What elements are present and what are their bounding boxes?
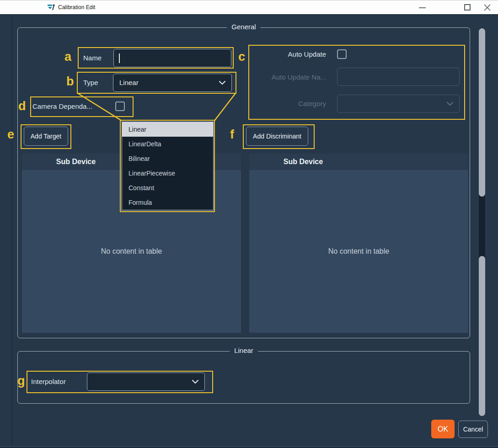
discriminant-table-header-row: Sub Device [249, 154, 468, 170]
dropdown-option-bilinear[interactable]: Bilinear [122, 151, 213, 166]
type-dropdown-value: Linear [119, 74, 139, 91]
linear-groupbox: Linear [17, 351, 470, 404]
auto-update-name-label: Auto Update Na... [237, 72, 326, 82]
maximize-icon [464, 4, 471, 11]
type-dropdown[interactable]: Linear [113, 74, 232, 92]
chevron-down-icon [192, 380, 198, 384]
close-icon [484, 4, 491, 11]
auto-update-name-input [337, 68, 460, 86]
discriminant-table-header[interactable]: Sub Device [249, 154, 357, 170]
annotation-letter-c: c [238, 51, 245, 63]
chevron-down-icon [219, 81, 225, 85]
annotation-letter-a: a [64, 51, 71, 63]
maximize-button[interactable] [456, 0, 479, 15]
minimize-button[interactable] [411, 0, 434, 15]
window-left-edge [11, 15, 12, 446]
chevron-down-icon [447, 102, 453, 106]
dropdown-option-constant[interactable]: Constant [122, 181, 213, 195]
camera-dependant-label: Camera Dependa... [32, 97, 92, 116]
cancel-button[interactable]: Cancel [458, 421, 488, 438]
titlebar[interactable]: Calibration Edit [0, 0, 498, 14]
scrollbar-thumb-lower[interactable] [479, 256, 485, 416]
annotation-letter-d: d [18, 100, 26, 112]
discriminant-table-empty-text: No content in table [328, 247, 389, 256]
category-dropdown [337, 95, 460, 113]
type-dropdown-popup: Linear LinearDelta Bilinear LinearPiecew… [122, 122, 214, 210]
camera-dependant-checkbox[interactable] [115, 101, 125, 111]
add-discriminant-button[interactable]: Add Discriminant [246, 127, 308, 146]
general-legend: General [227, 23, 260, 31]
type-label: Type [83, 74, 98, 92]
add-target-button[interactable]: Add Target [24, 127, 68, 146]
ok-button[interactable]: OK [431, 420, 455, 438]
text-caret [119, 53, 120, 63]
target-table-empty-text: No content in table [101, 247, 162, 256]
discriminant-table[interactable]: Sub Device No content in table [249, 154, 468, 333]
titlebar-divider [0, 14, 498, 15]
category-label: Category [237, 99, 326, 109]
annotation-letter-e: e [7, 128, 14, 141]
annotation-letter-b: b [66, 75, 74, 88]
linear-legend: Linear [230, 347, 258, 354]
close-button[interactable] [476, 0, 498, 15]
minimize-icon [419, 7, 426, 8]
annotation-letter-g: g [17, 375, 25, 387]
auto-update-label: Auto Update [256, 49, 326, 60]
calibration-edit-dialog: Calibration Edit General Name Type Linea… [0, 0, 498, 448]
window-title: Calibration Edit [58, 0, 95, 14]
annotation-letter-f: f [230, 128, 234, 141]
discriminant-table-body: No content in table [249, 170, 468, 333]
dropdown-option-linear[interactable]: Linear [122, 122, 213, 137]
auto-update-checkbox[interactable] [337, 49, 347, 59]
name-label: Name [83, 49, 102, 67]
name-input[interactable] [113, 49, 231, 67]
target-table-header[interactable]: Sub Device [22, 154, 130, 170]
dropdown-option-formula[interactable]: Formula [122, 195, 213, 210]
interpolator-label: Interpolator [31, 373, 66, 391]
scrollbar-thumb-upper[interactable] [479, 28, 485, 197]
interpolator-dropdown[interactable] [87, 373, 205, 391]
dropdown-option-linearpiecewise[interactable]: LinearPiecewise [122, 166, 213, 181]
dropdown-option-lineardelta[interactable]: LinearDelta [122, 137, 213, 151]
app-logo-icon [48, 4, 56, 11]
